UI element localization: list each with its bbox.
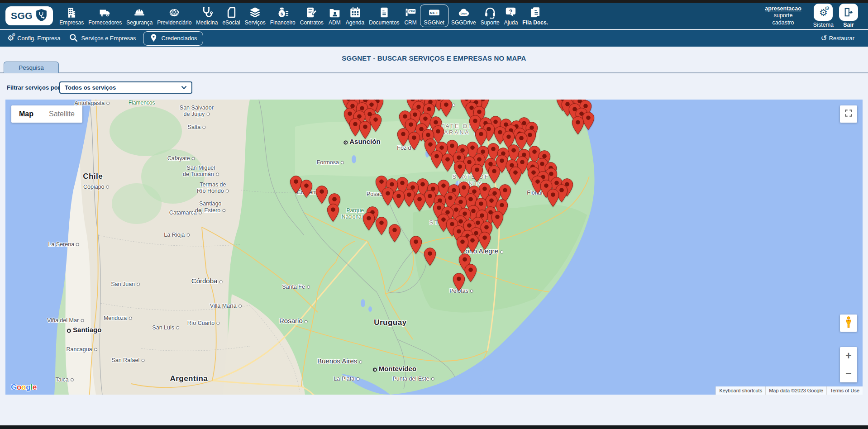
nav-item-agenda[interactable]: Agenda bbox=[344, 5, 366, 27]
nav-item-previdenciario[interactable]: Previdenciário bbox=[155, 5, 193, 27]
map-pin-icon bbox=[149, 33, 158, 43]
calendar-icon bbox=[349, 6, 362, 19]
map-marker[interactable] bbox=[509, 167, 521, 185]
fullscreen-button[interactable] bbox=[840, 105, 857, 123]
filter-label: Filtrar serviços por: bbox=[7, 84, 62, 91]
truck-icon bbox=[99, 6, 112, 19]
map-marker[interactable] bbox=[453, 161, 466, 179]
top-nav-items: EmpresasFornecedoresSegurançaPrevidenciá… bbox=[57, 5, 550, 27]
folder-user-icon bbox=[328, 6, 341, 19]
map-marker[interactable] bbox=[388, 224, 401, 243]
logo-text: SGG bbox=[11, 10, 33, 21]
hardhat-icon bbox=[133, 6, 146, 19]
map-marker[interactable] bbox=[363, 212, 375, 231]
contract-pencil-icon bbox=[305, 6, 318, 19]
street-view-pegman[interactable] bbox=[840, 315, 857, 332]
map-marker[interactable] bbox=[408, 132, 420, 150]
building-icon bbox=[66, 6, 78, 19]
subnav-item-config-empresa[interactable]: ⚙⚙Config. Empresa bbox=[6, 32, 62, 45]
map-marker[interactable] bbox=[359, 121, 372, 139]
suporte-link[interactable]: suporte bbox=[765, 12, 801, 19]
headset-icon bbox=[484, 6, 496, 19]
map-marker[interactable] bbox=[465, 264, 477, 282]
sistema-button[interactable]: ⚙⚙ Sistema bbox=[813, 4, 834, 28]
zoom-in-button[interactable]: + bbox=[840, 347, 857, 365]
map-marker[interactable] bbox=[440, 100, 452, 117]
top-navigation: SGG EmpresasFornecedoresSegurançaPrevide… bbox=[0, 3, 868, 29]
layers-icon bbox=[248, 6, 262, 19]
nav-item-financeiro[interactable]: $Financeiro bbox=[268, 5, 297, 27]
map-marker[interactable] bbox=[376, 217, 388, 235]
nav-item-fornecedores[interactable]: Fornecedores bbox=[86, 5, 124, 27]
tab-pesquisa[interactable]: Pesquisa bbox=[4, 62, 59, 73]
map-attribution: Keyboard shortcuts Map data ©2023 Google… bbox=[715, 386, 863, 395]
question-bubble-icon: ? bbox=[505, 6, 517, 19]
nav-item-sggnet[interactable]: NETSGGNet bbox=[420, 5, 448, 27]
stethoscope-icon bbox=[200, 6, 213, 19]
shield-stethoscope-icon bbox=[35, 9, 48, 24]
map-marker[interactable] bbox=[397, 128, 409, 147]
nav-item-crm[interactable]: CRMCRM bbox=[402, 5, 419, 27]
restore-button[interactable]: ↺ Restaurar bbox=[821, 34, 854, 42]
page-fold-icon bbox=[225, 6, 238, 19]
map-container[interactable]: AntofagastaFlamencosSan Salvador de Juju… bbox=[5, 100, 863, 395]
document-icon bbox=[378, 6, 390, 19]
tab-divider bbox=[0, 72, 868, 73]
nav-item-contratos[interactable]: Contratos bbox=[298, 5, 325, 27]
map-marker[interactable] bbox=[430, 150, 443, 169]
nav-item-filadocs[interactable]: Fila Docs. bbox=[520, 5, 550, 27]
map-marker[interactable] bbox=[300, 180, 312, 198]
svg-text:?: ? bbox=[509, 9, 513, 15]
subnav-item-servicos-empresas[interactable]: Serviços e Empresas bbox=[68, 31, 137, 46]
map-marker[interactable] bbox=[382, 187, 394, 206]
cadastro-link[interactable]: cadastro bbox=[765, 19, 801, 27]
nav-item-esocial[interactable]: eSocial bbox=[220, 5, 242, 27]
nav-item-seguranca[interactable]: Segurança bbox=[124, 5, 154, 27]
nav-item-servicos[interactable]: Serviços bbox=[243, 5, 267, 27]
gears-icon: ⚙⚙ bbox=[7, 33, 14, 43]
subnav-item-credenciados[interactable]: Credenciados bbox=[143, 31, 203, 46]
terms-of-use-link[interactable]: Terms of Use bbox=[826, 386, 863, 395]
sair-button[interactable]: Sair bbox=[839, 4, 858, 28]
sgg-logo[interactable]: SGG bbox=[5, 6, 53, 25]
keyboard-shortcuts-link[interactable]: Keyboard shortcuts bbox=[715, 386, 765, 395]
pegman-icon bbox=[844, 316, 853, 330]
service-filter-select[interactable]: Todos os serviços bbox=[59, 81, 192, 94]
drive-cloud-icon: Drive bbox=[457, 6, 471, 19]
map-marker[interactable] bbox=[315, 186, 328, 204]
map-marker[interactable] bbox=[488, 165, 500, 184]
nav-item-adm[interactable]: ADM bbox=[326, 5, 343, 27]
gears-icon: ⚙⚙ bbox=[814, 4, 833, 21]
map-marker[interactable] bbox=[491, 211, 504, 229]
map-marker[interactable] bbox=[410, 236, 422, 254]
restore-icon: ↺ bbox=[821, 34, 827, 42]
google-logo[interactable]: Google bbox=[11, 383, 37, 392]
map-marker[interactable] bbox=[572, 116, 584, 135]
map-marker[interactable] bbox=[453, 273, 465, 291]
zoom-out-button[interactable]: − bbox=[840, 365, 857, 383]
map-marker[interactable] bbox=[393, 190, 405, 209]
map-marker[interactable] bbox=[442, 153, 454, 172]
map-type-map-button[interactable]: Map bbox=[11, 105, 41, 123]
nav-item-sggdrive[interactable]: DriveSGGDrive bbox=[449, 5, 478, 27]
apresentacao-link[interactable]: apresentacao bbox=[765, 5, 801, 13]
nav-item-ajuda[interactable]: ?Ajuda bbox=[502, 5, 520, 27]
map-marker[interactable] bbox=[424, 248, 436, 266]
map-marker[interactable] bbox=[327, 204, 339, 222]
map-type-satellite-button[interactable]: Satellite bbox=[41, 105, 82, 123]
nav-item-suporte[interactable]: Suporte bbox=[479, 5, 501, 27]
sub-navigation: ⚙⚙Config. EmpresaServiços e EmpresasCred… bbox=[0, 30, 868, 47]
nav-item-empresas[interactable]: Empresas bbox=[57, 5, 86, 27]
map-marker[interactable] bbox=[478, 232, 491, 250]
map-marker[interactable] bbox=[413, 193, 425, 212]
map-marker[interactable] bbox=[547, 189, 559, 207]
page-title: SGGNET - BUSCAR SERVIÇOS E EMPRESAS NO M… bbox=[0, 54, 868, 62]
nav-item-medicina[interactable]: Medicina bbox=[194, 5, 219, 27]
map-marker[interactable] bbox=[471, 164, 483, 182]
coin-icon bbox=[168, 6, 181, 19]
map-marker[interactable] bbox=[456, 236, 468, 254]
svg-text:CRM: CRM bbox=[409, 10, 415, 13]
map-type-control: Map Satellite bbox=[11, 105, 82, 123]
doc-stack-icon bbox=[529, 6, 541, 19]
nav-item-documentos[interactable]: Documentos bbox=[367, 5, 401, 27]
